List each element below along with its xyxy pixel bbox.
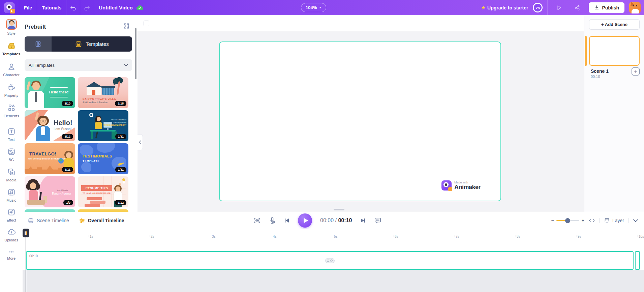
zoom-out-icon[interactable]: − (551, 218, 554, 223)
animaker-logo-icon[interactable] (4, 2, 15, 13)
play-button[interactable] (298, 213, 312, 228)
panel-view-switch: Templates (25, 36, 132, 52)
sidebar-item-property[interactable]: Property (0, 83, 23, 97)
sidebar-label: Style (7, 31, 15, 35)
project-title[interactable]: Untitled Video (94, 5, 136, 10)
zoom-in-icon[interactable]: + (582, 218, 584, 223)
scene-name: Scene 1 (591, 68, 609, 74)
time-separator: / (335, 217, 337, 223)
templates-view-tab[interactable]: Templates (52, 36, 132, 52)
clip-end-handle[interactable] (635, 251, 640, 270)
text-icon (7, 127, 16, 136)
camera-focus-icon[interactable] (253, 217, 261, 224)
upgrade-button[interactable]: ★ Upgrade to starter (481, 5, 528, 10)
publish-label: Publish (602, 5, 619, 10)
playhead-line[interactable] (26, 236, 26, 292)
clip-drag-handle[interactable] (325, 258, 335, 263)
sidebar-item-templates[interactable]: Templates (0, 41, 23, 56)
template-title: RESUME TIPS (81, 185, 112, 191)
template-card-resume-tips[interactable]: RESUME TIPS TO LAND YOUR DREAM JOB 1/12 (78, 176, 128, 207)
overall-timeline-label: Overall Timeline (88, 218, 124, 223)
template-card-hello-there[interactable]: Hello there! 1/10 (25, 77, 75, 108)
progress-ring[interactable]: 0% (533, 3, 543, 12)
template-card-travelgo[interactable]: TRAVELGO! Your one-stop shop for all tra… (25, 143, 75, 174)
scene-timeline-icon (28, 217, 34, 224)
sidebar-label: Character (3, 73, 19, 77)
canvas-checkbox[interactable] (144, 21, 149, 26)
fit-timeline-icon[interactable] (589, 218, 595, 223)
canvas-resize-handle[interactable] (334, 209, 344, 210)
redo-icon[interactable] (80, 0, 94, 15)
layer-button[interactable]: Layer (604, 217, 624, 224)
template-line3: TEAM COMMUNICATION? (103, 124, 126, 126)
collapse-timeline-icon[interactable] (633, 219, 638, 222)
account-avatar[interactable] (629, 2, 641, 13)
sidebar-item-more[interactable]: More (0, 249, 23, 260)
property-icon (7, 83, 16, 92)
templates-tab-icon (75, 40, 82, 48)
layout-view-tab[interactable] (25, 36, 52, 52)
template-grid: Hello there! 1/10 DAISY'S PRIVATE VILLA … (25, 77, 132, 212)
subtitles-icon[interactable] (374, 217, 381, 224)
zoom-slider-track[interactable] (556, 220, 579, 221)
add-scene-after-button[interactable]: + (632, 67, 640, 76)
file-menu[interactable]: File (19, 0, 37, 15)
template-card-testimonials[interactable]: TESTIMONIALS TEMPLATE 1/11 (78, 143, 128, 174)
next-scene-icon[interactable] (360, 217, 366, 224)
sidebar-label: Elements (4, 114, 19, 118)
previous-scene-icon[interactable] (284, 217, 290, 224)
time-display: 00:00 / 00:10 (320, 217, 352, 224)
scene-timeline-tab[interactable]: Scene Timeline (28, 217, 69, 224)
scene-1-thumbnail[interactable] (589, 36, 640, 66)
slide-count-badge: 1/10 (62, 101, 73, 106)
template-card-daisys-villa[interactable]: DAISY'S PRIVATE VILLA A Hidden Beach Par… (78, 77, 128, 108)
layout-icon (34, 40, 42, 48)
collapse-panel-tab[interactable] (137, 134, 143, 150)
sidebar-item-character[interactable]: Character (0, 62, 23, 77)
zoom-level-control[interactable]: 104% ▼ (301, 3, 326, 12)
overall-timeline-tab[interactable]: Overall Timeline (79, 217, 124, 224)
sidebar-item-bg[interactable]: BG (0, 147, 23, 162)
total-time: 00:10 (338, 217, 352, 223)
undo-icon[interactable] (66, 0, 80, 15)
sidebar-item-effect[interactable]: Effect (0, 208, 23, 222)
sidebar-item-uploads[interactable]: Uploads (0, 228, 23, 242)
video-stage[interactable] (219, 41, 501, 201)
template-title: DAISY'S PRIVATE VILLA (83, 97, 116, 100)
template-card-partial[interactable] (25, 209, 75, 212)
chevron-down-icon (124, 64, 128, 66)
preview-play-icon[interactable] (552, 0, 566, 15)
publish-button[interactable]: Publish (589, 2, 624, 13)
template-filter-dropdown[interactable]: All Templates (25, 59, 132, 71)
tutorials-menu[interactable]: Tutorials (37, 0, 66, 15)
prebuilt-panel: Prebuilt Templates All Templates (23, 15, 137, 212)
share-icon[interactable] (571, 0, 584, 15)
media-icon (7, 168, 16, 176)
panel-scrollbar[interactable] (135, 28, 136, 79)
microphone-icon[interactable] (269, 216, 276, 225)
timeline-ruler[interactable]: 1s 2s 3s 4s 5s 6s 7s 8s 9s 10s (23, 229, 644, 243)
sidebar-item-media[interactable]: Media (0, 168, 23, 182)
template-card-beauty-partner[interactable]: Your Ultimate Beauty Partner 1/9 (25, 176, 75, 207)
scene-1-clip[interactable]: 00:10 (26, 251, 634, 270)
template-line2: With The Fragmented (103, 121, 126, 124)
layer-label: Layer (612, 218, 624, 223)
ruler-tick: 1s (90, 235, 93, 238)
playhead-handle[interactable] (23, 229, 29, 237)
template-card-partial[interactable] (78, 209, 128, 212)
sidebar-item-music[interactable]: Music (0, 188, 23, 202)
template-title: TRAVELGO! (29, 151, 56, 156)
add-scene-button[interactable]: + Add Scene (589, 19, 640, 30)
asset-sidebar: Style Templates Character Property Eleme… (0, 15, 23, 292)
sidebar-item-style[interactable]: Style (0, 19, 23, 35)
overall-timeline-icon (79, 217, 85, 224)
sidebar-item-elements[interactable]: Elements (0, 104, 23, 118)
timeline-track-area[interactable] (23, 270, 644, 292)
expand-panel-icon[interactable] (121, 21, 131, 31)
sidebar-item-text[interactable]: Text (0, 127, 23, 142)
upgrade-label: Upgrade to starter (487, 5, 528, 10)
template-card-hello-susan[interactable]: Hello! I am Susan! 1/12 (25, 110, 75, 141)
zoom-slider-knob[interactable] (565, 218, 570, 223)
template-card-team-communication[interactable]: Are You Frustrated With The Fragmented T… (78, 110, 128, 141)
sidebar-label: Uploads (4, 238, 18, 242)
